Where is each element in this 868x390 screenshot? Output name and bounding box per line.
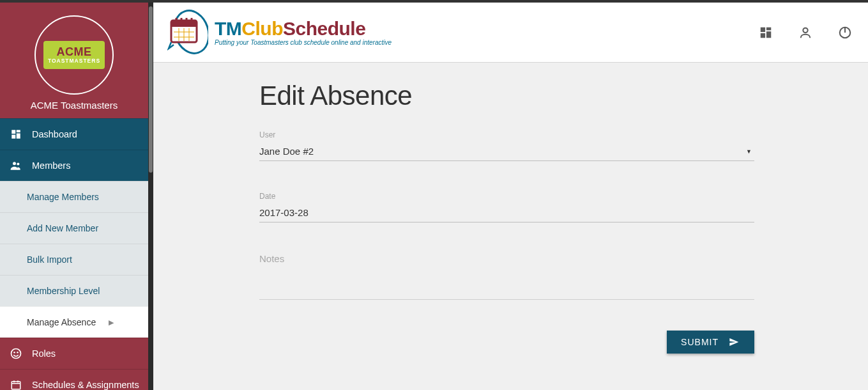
date-input[interactable]	[259, 205, 754, 222]
logout-button[interactable]	[836, 24, 854, 42]
svg-point-5	[17, 162, 19, 165]
edit-absence-form: Edit Absence User ▼ Date Notes SUBMIT	[259, 81, 754, 354]
svg-rect-2	[17, 134, 20, 139]
svg-rect-28	[761, 33, 765, 37]
sidebar-item-roles[interactable]: Roles	[0, 338, 148, 369]
svg-rect-9	[11, 382, 20, 389]
logo-word-club: Club	[241, 18, 283, 39]
submit-row: SUBMIT	[259, 331, 754, 354]
person-icon	[798, 26, 812, 40]
svg-rect-26	[766, 27, 771, 30]
date-field: Date	[259, 192, 754, 222]
sidebar-item-members[interactable]: Members	[0, 150, 148, 181]
subnav-bulk-import[interactable]: Bulk Import	[0, 244, 148, 275]
subnav-item-label: Manage Absence	[27, 317, 96, 327]
subnav-manage-absence[interactable]: Manage Absence ▶	[0, 306, 148, 338]
date-field-label: Date	[259, 192, 754, 201]
svg-point-8	[17, 352, 19, 354]
svg-rect-27	[766, 31, 771, 38]
calendar-icon	[9, 379, 23, 390]
svg-point-6	[11, 349, 21, 359]
user-select[interactable]	[259, 143, 754, 161]
subnav-membership-level[interactable]: Membership Level	[0, 275, 148, 306]
svg-rect-1	[17, 130, 20, 132]
sidebar-item-label: Schedules & Assignments	[32, 380, 139, 390]
club-logo-line2: TOASTMASTERS	[48, 58, 100, 64]
page-title: Edit Absence	[259, 81, 754, 111]
app-logo: TMClubSchedule Putting your Toastmasters…	[167, 9, 392, 56]
subnav-item-label: Membership Level	[27, 286, 100, 296]
content: Edit Absence User ▼ Date Notes SUBMIT	[153, 63, 868, 390]
notes-input[interactable]	[259, 282, 754, 300]
topbar: TMClubSchedule Putting your Toastmasters…	[153, 3, 868, 63]
logo-word-tm: TM	[215, 18, 241, 39]
user-field-label: User	[259, 130, 754, 139]
members-submenu: Manage Members Add New Member Bulk Impor…	[0, 181, 148, 338]
apps-button[interactable]	[757, 24, 775, 42]
svg-rect-25	[761, 27, 765, 31]
dashboard-icon	[9, 129, 23, 140]
user-field: User ▼	[259, 130, 754, 161]
roles-icon	[9, 347, 23, 360]
subnav-item-label: Bulk Import	[27, 254, 72, 265]
subnav-item-label: Manage Members	[27, 192, 99, 202]
app-logo-mark	[167, 9, 208, 56]
notes-field: Notes	[259, 253, 754, 300]
sidebar-scrollbar-thumb[interactable]	[149, 6, 153, 173]
logo-word-schedule: Schedule	[283, 18, 365, 39]
submit-button[interactable]: SUBMIT	[667, 331, 754, 354]
club-name: ACME Toastmasters	[31, 100, 118, 111]
apps-icon	[759, 26, 773, 40]
svg-rect-15	[171, 20, 197, 27]
sidebar: ACME TOASTMASTERS ACME Toastmasters Dash…	[0, 3, 153, 390]
logo-tagline: Putting your Toastmasters club schedule …	[215, 40, 392, 46]
svg-point-7	[13, 352, 15, 354]
sidebar-item-dashboard[interactable]: Dashboard	[0, 118, 148, 150]
svg-point-29	[803, 27, 807, 32]
club-brand: ACME TOASTMASTERS ACME Toastmasters	[0, 3, 148, 118]
sidebar-nav: Dashboard Members Manage Members Add New…	[0, 118, 148, 390]
power-icon	[838, 26, 852, 40]
submit-button-label: SUBMIT	[681, 337, 719, 347]
topbar-actions	[757, 24, 854, 42]
sidebar-item-label: Members	[32, 160, 70, 171]
club-logo-inner: ACME TOASTMASTERS	[43, 41, 105, 69]
svg-rect-0	[11, 130, 15, 134]
members-icon	[9, 159, 23, 172]
app-logo-wordmark: TMClubSchedule Putting your Toastmasters…	[215, 19, 392, 46]
svg-rect-3	[11, 135, 15, 139]
profile-button[interactable]	[796, 24, 814, 42]
subnav-item-label: Add New Member	[27, 223, 98, 233]
triangle-right-icon: ▶	[109, 318, 114, 327]
club-logo: ACME TOASTMASTERS	[34, 15, 114, 95]
club-logo-line1: ACME	[57, 46, 92, 58]
subnav-add-new-member[interactable]: Add New Member	[0, 212, 148, 244]
sidebar-item-label: Roles	[32, 348, 56, 359]
notes-field-label: Notes	[259, 253, 754, 264]
subnav-manage-members[interactable]: Manage Members	[0, 181, 148, 212]
sidebar-item-schedules[interactable]: Schedules & Assignments	[0, 369, 148, 390]
main-area: TMClubSchedule Putting your Toastmasters…	[153, 3, 868, 390]
send-icon	[727, 337, 740, 347]
svg-point-4	[13, 162, 16, 165]
sidebar-item-label: Dashboard	[32, 129, 77, 139]
